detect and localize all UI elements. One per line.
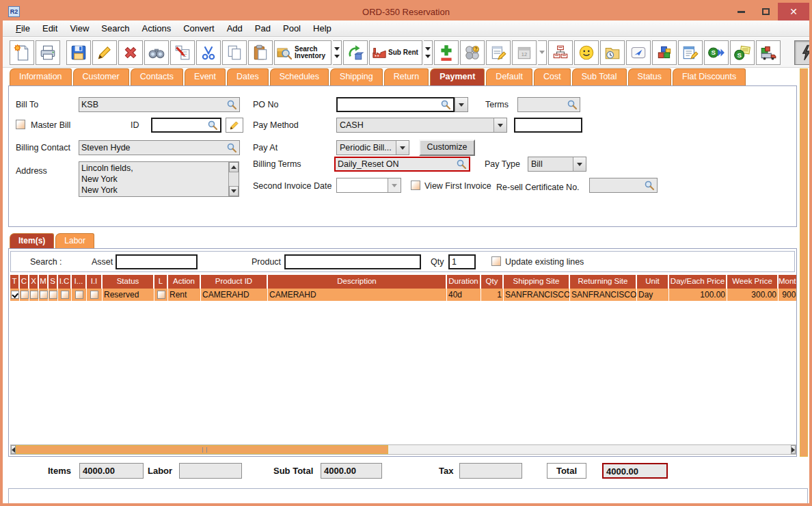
col-header[interactable]: L (154, 275, 168, 289)
col-header[interactable]: I.C (58, 275, 72, 289)
calendar-button[interactable]: 12 (512, 40, 537, 65)
minimize-button[interactable] (729, 3, 753, 21)
find-button[interactable] (144, 40, 169, 65)
items-horizontal-scrollbar[interactable] (10, 444, 796, 455)
calendar-dropdown[interactable] (538, 40, 547, 65)
tab-return[interactable]: Return (384, 68, 429, 85)
update-existing-lines-checkbox[interactable] (491, 256, 501, 266)
billing-terms-field[interactable]: Daily_Reset ON (334, 157, 470, 172)
pay-type-combo[interactable]: Bill (528, 157, 586, 172)
id-field[interactable] (151, 118, 221, 133)
product-input[interactable] (284, 254, 421, 269)
copy-button[interactable] (222, 40, 247, 65)
transfer-button[interactable] (170, 40, 195, 65)
search-icon[interactable] (567, 99, 578, 110)
folder-history-button[interactable] (600, 40, 625, 65)
tab-contacts[interactable]: Contacts (131, 68, 183, 85)
smiley-button[interactable] (574, 40, 599, 65)
convert-button[interactable] (343, 40, 368, 65)
master-bill-checkbox[interactable] (16, 120, 25, 129)
cell-qty[interactable]: 1 (481, 289, 504, 302)
col-header[interactable]: M (39, 275, 49, 289)
menu-search[interactable]: Search (95, 21, 135, 36)
pay-at-combo[interactable]: Periodic Bill... (336, 140, 409, 155)
col-header[interactable]: Month Price (779, 275, 796, 289)
cell-month-price[interactable]: 900.00 (779, 289, 796, 302)
asset-input[interactable] (116, 254, 198, 269)
cut-button[interactable] (196, 40, 221, 65)
search-icon[interactable] (440, 99, 451, 110)
menu-convert[interactable]: Convert (177, 21, 221, 36)
delete-button[interactable] (118, 40, 143, 65)
sub-rent-button[interactable]: Sub Rent (369, 40, 422, 65)
row-checkbox-t[interactable] (11, 291, 19, 299)
search-icon[interactable] (644, 180, 655, 191)
tab-payment[interactable]: Payment (430, 68, 485, 85)
payment-forward-button[interactable]: S (704, 40, 729, 65)
menu-view[interactable]: View (64, 21, 95, 36)
col-header[interactable]: X (29, 275, 39, 289)
cell-returning-site[interactable]: SANFRANCISCO (570, 289, 637, 302)
col-header[interactable]: Description (268, 275, 447, 289)
col-header[interactable]: S (49, 275, 58, 289)
qty-input[interactable]: 1 (448, 254, 476, 269)
scroll-left-button[interactable] (11, 445, 16, 454)
view-first-invoice-checkbox[interactable] (411, 181, 420, 190)
scroll-right-button[interactable] (791, 445, 796, 454)
menu-add[interactable]: Add (221, 21, 249, 36)
cell-day-each-price[interactable]: 100.00 (669, 289, 727, 302)
menu-file[interactable]: File (10, 21, 36, 36)
cell-duration[interactable]: 40d (447, 289, 481, 302)
tab-items[interactable]: Item(s) (10, 233, 54, 248)
cell-description[interactable]: CAMERAHD (268, 289, 447, 302)
col-header[interactable]: I.I (87, 275, 103, 289)
search-icon[interactable] (207, 120, 218, 131)
tab-shipping[interactable]: Shipping (330, 68, 383, 85)
quick-action-button[interactable] (794, 40, 812, 65)
tab-cost[interactable]: Cost (534, 68, 571, 85)
col-header[interactable]: T (10, 275, 20, 289)
address-scrollbar[interactable] (228, 162, 239, 196)
col-header[interactable]: Status (103, 275, 154, 289)
send-key-button[interactable] (626, 40, 651, 65)
search-icon[interactable] (226, 99, 237, 110)
cell-action[interactable]: Rent (168, 289, 201, 302)
po-no-dropdown-button[interactable] (455, 97, 468, 112)
col-header[interactable]: Day/Each Price (669, 275, 727, 289)
col-header[interactable]: Unit (637, 275, 669, 289)
new-document-button[interactable] (10, 40, 34, 65)
row-checkbox-ic[interactable] (61, 291, 69, 299)
sub-total-field[interactable]: 4000.00 (321, 463, 382, 479)
pay-method-combo[interactable]: CASH (336, 118, 507, 133)
col-header[interactable]: Week Price (727, 275, 779, 289)
tab-sub-total[interactable]: Sub Total (572, 68, 627, 85)
tab-labor[interactable]: Labor (55, 233, 94, 248)
scroll-up-button[interactable] (229, 162, 239, 172)
po-no-field[interactable] (336, 97, 455, 112)
col-header[interactable]: Product ID (201, 275, 268, 289)
col-header[interactable]: Action (168, 275, 201, 289)
search-inventory-button[interactable]: Search Inventory (274, 40, 331, 65)
id-edit-button[interactable] (226, 118, 243, 133)
cell-status[interactable]: Reserved (103, 289, 154, 302)
tab-customer[interactable]: Customer (73, 68, 129, 85)
combo-arrow-button[interactable] (493, 118, 506, 132)
second-invoice-date-combo[interactable] (336, 178, 401, 193)
tab-default[interactable]: Default (486, 68, 532, 85)
resell-certificate-field[interactable] (589, 178, 658, 193)
payment-note-button[interactable]: S (730, 40, 755, 65)
menu-help[interactable]: Help (307, 21, 338, 36)
row-checkbox-s[interactable] (49, 291, 57, 299)
combo-arrow-button[interactable] (396, 141, 409, 155)
maximize-button[interactable] (753, 3, 778, 21)
col-header[interactable]: I... (72, 275, 87, 289)
tab-information[interactable]: Information (10, 68, 72, 85)
items-total-field[interactable]: 4000.00 (79, 463, 144, 479)
tab-event[interactable]: Event (185, 68, 226, 85)
org-chart-button[interactable] (548, 40, 573, 65)
edit-button[interactable] (92, 40, 117, 65)
cell-product-id[interactable]: CAMERAHD (201, 289, 268, 302)
truck-dispatch-button[interactable] (756, 40, 781, 65)
tab-status[interactable]: Status (628, 68, 671, 85)
save-button[interactable] (66, 40, 91, 65)
